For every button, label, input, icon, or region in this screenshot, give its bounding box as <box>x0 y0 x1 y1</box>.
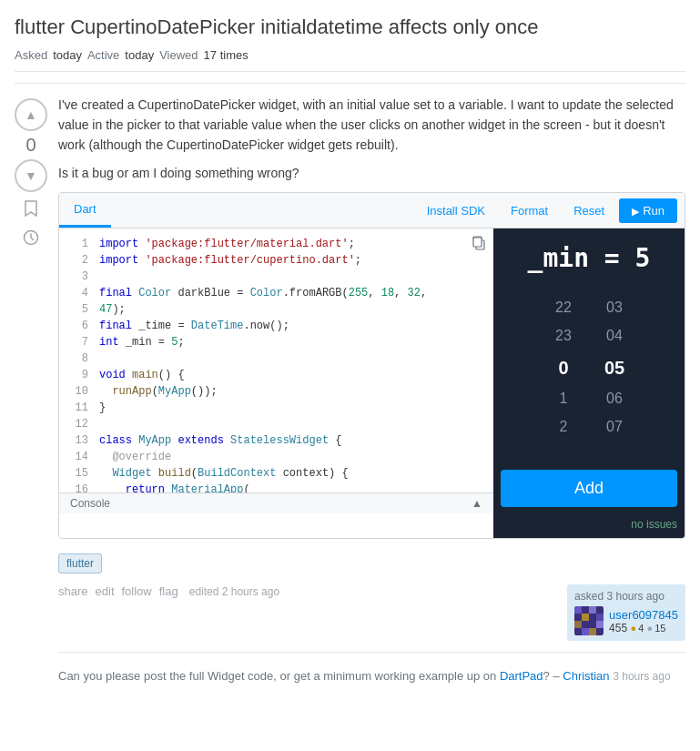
code-line: 5 47); <box>59 301 493 318</box>
code-line: 16 return MaterialApp( <box>59 482 493 492</box>
code-line: 11 } <box>59 400 493 416</box>
active-value: today <box>125 48 154 62</box>
avatar-svg <box>574 606 604 635</box>
code-line: 7 int _min = 5; <box>59 334 493 350</box>
code-line: 8 <box>59 350 493 367</box>
comment-text-before: Can you please post the full Widget code… <box>58 669 500 683</box>
vote-count: 0 <box>25 135 36 156</box>
tags-actions: flutter <box>58 553 685 573</box>
share-link[interactable]: share <box>58 584 88 598</box>
comment-author-link[interactable]: Christian <box>563 669 609 683</box>
picker-item: 22 <box>549 295 578 321</box>
editor-toolbar-right: Install SDK Format Reset Run <box>416 198 685 223</box>
downvote-button[interactable] <box>15 159 47 192</box>
vote-column: 0 <box>15 95 47 691</box>
comment-time: 3 hours ago <box>613 670 670 683</box>
svg-rect-2 <box>473 238 482 247</box>
svg-rect-7 <box>574 621 582 628</box>
code-line: 3 <box>59 269 493 285</box>
flag-link[interactable]: flag <box>159 584 178 598</box>
avatar: .user-avatar { background: linear-gradie… <box>574 606 604 635</box>
dartpad-link[interactable]: DartPad <box>500 669 543 683</box>
comments-section: Can you please post the full Widget code… <box>58 652 685 691</box>
reset-button[interactable]: Reset <box>563 198 615 223</box>
editor-main: 1 import 'package:flutter/material.dart'… <box>59 228 685 538</box>
question-meta: Asked today Active today Viewed 17 times <box>15 48 685 72</box>
viewed-label: Viewed <box>159 48 198 62</box>
picker-item: 04 <box>600 323 629 350</box>
svg-rect-5 <box>582 614 589 621</box>
comment: Can you please post the full Widget code… <box>58 662 685 691</box>
edited-info: edited 2 hours ago <box>189 585 279 598</box>
history-button[interactable] <box>15 225 47 250</box>
tags-container: flutter <box>58 553 102 573</box>
rep-badge-silver: ● 15 <box>647 623 666 634</box>
picker-item: 03 <box>600 295 629 321</box>
svg-rect-9 <box>596 621 604 628</box>
copy-button[interactable] <box>472 236 486 254</box>
upvote-icon <box>25 107 37 122</box>
add-button[interactable]: Add <box>501 470 677 507</box>
svg-rect-11 <box>596 614 604 621</box>
console-label: Console <box>70 497 110 510</box>
post-meta-left: share edit follow flag edited 2 hours ag… <box>58 584 279 598</box>
viewed-value: 17 times <box>204 48 249 62</box>
post-footer: share edit follow flag edited 2 hours ag… <box>58 584 685 641</box>
code-line: 2 import 'package:flutter/cupertino.dart… <box>59 252 493 269</box>
picker-item: 1 <box>549 386 578 412</box>
content-column: I've created a CupertinoDatePicker widge… <box>58 95 685 691</box>
active-label: Active <box>87 48 119 62</box>
code-line: 4 final Color darkBlue = Color.fromARGB(… <box>59 285 493 301</box>
code-panel[interactable]: 1 import 'package:flutter/material.dart'… <box>59 228 493 538</box>
page-container: flutter CupertinoDatePicker initialdatet… <box>0 0 700 691</box>
code-line: 15 Widget build(BuildContext context) { <box>59 465 493 482</box>
code-line: 9 void main() { <box>59 367 493 383</box>
picker-item: 06 <box>600 386 629 412</box>
follow-link[interactable]: follow <box>122 584 152 598</box>
code-line: 14 @override <box>59 449 493 465</box>
install-sdk-button[interactable]: Install SDK <box>416 198 496 223</box>
run-button[interactable]: Run <box>619 198 677 223</box>
asked-card: asked 3 hours ago .user-avatar { backgro… <box>567 584 685 641</box>
code-editor-container: Dart Install SDK Format Reset Run <box>58 192 685 539</box>
asked-label: Asked <box>15 48 47 62</box>
comment-text-after: ? – <box>543 669 560 683</box>
picker-col-2: 03 04 05 06 07 <box>600 295 629 455</box>
upvote-button[interactable] <box>15 98 47 131</box>
picker-item: 2 <box>549 414 578 441</box>
picker-col-1: 22 23 0 1 2 <box>549 295 578 455</box>
console-bar: Console ▲ <box>59 492 493 513</box>
picker-item-selected: 05 <box>600 351 629 384</box>
svg-rect-10 <box>589 628 596 635</box>
preview-header: _min = 5 <box>493 228 685 288</box>
question-text: I've created a CupertinoDatePicker widge… <box>58 95 685 184</box>
asked-card-label: asked 3 hours ago <box>574 590 678 603</box>
bookmark-button[interactable] <box>15 196 47 221</box>
code-line: 12 <box>59 416 493 432</box>
downvote-icon <box>25 168 37 183</box>
header-divider <box>15 83 685 84</box>
console-expand-button[interactable]: ▲ <box>472 497 482 510</box>
user-name[interactable]: user6097845 <box>609 608 678 622</box>
run-label: Run <box>643 204 664 218</box>
question-title: flutter CupertinoDatePicker initialdatet… <box>15 15 685 41</box>
code-line: 6 final _time = DateTime.now(); <box>59 318 493 334</box>
asked-value: today <box>53 48 82 62</box>
user-info: .user-avatar { background: linear-gradie… <box>574 606 678 635</box>
picker-item: 23 <box>549 323 578 350</box>
svg-rect-6 <box>589 606 596 614</box>
picker-item-selected: 0 <box>549 351 578 384</box>
question-body: 0 I've created a CupertinoDatePicker wid… <box>15 95 685 691</box>
edit-link[interactable]: edit <box>96 584 115 598</box>
tab-dart[interactable]: Dart <box>59 193 111 228</box>
no-issues-label: no issues <box>493 514 685 538</box>
code-scroll[interactable]: 1 import 'package:flutter/material.dart'… <box>59 228 493 492</box>
user-details: user6097845 455 ● 4 ● 15 <box>609 608 678 634</box>
rep-badge-gold: ● 4 <box>630 623 644 634</box>
picker-container: 22 23 0 1 2 03 04 05 06 07 <box>493 288 685 462</box>
play-icon <box>632 204 639 218</box>
code-line: 13 class MyApp extends StatelessWidget { <box>59 432 493 449</box>
format-button[interactable]: Format <box>500 198 559 223</box>
editor-toolbar: Dart Install SDK Format Reset Run <box>59 193 685 228</box>
tag-flutter[interactable]: flutter <box>58 553 102 573</box>
